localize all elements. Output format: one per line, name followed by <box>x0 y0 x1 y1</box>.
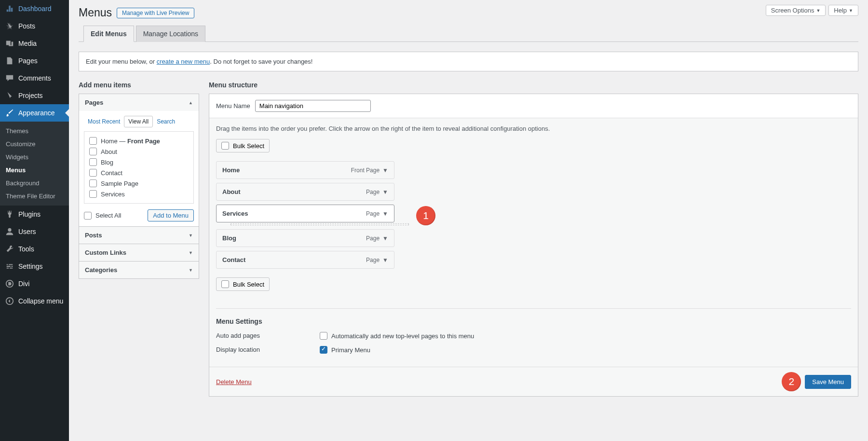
chevron-down-icon: ▼ <box>849 8 853 13</box>
menu-item-type: Page <box>366 235 380 242</box>
help-label: Help <box>834 7 847 14</box>
chevron-down-icon[interactable]: ▼ <box>382 257 388 263</box>
submenu-theme-file-editor[interactable]: Theme File Editor <box>0 190 69 203</box>
submenu-customize[interactable]: Customize <box>0 138 69 151</box>
submenu-menus[interactable]: Menus <box>0 164 69 177</box>
menu-item-contact[interactable]: Contact Page▼ <box>216 251 394 269</box>
pin-icon <box>5 91 14 100</box>
bulk-select-button-top[interactable]: Bulk Select <box>216 139 270 152</box>
sidebar-item-comments[interactable]: Comments <box>0 69 69 87</box>
select-all-checkbox[interactable]: Select All <box>84 210 121 221</box>
menu-editor: Menu Name Drag the items into the order … <box>209 94 858 397</box>
menu-item-label: Contact <box>222 256 245 263</box>
help-button[interactable]: Help ▼ <box>828 5 858 16</box>
accordion-header-custom-links[interactable]: Custom Links ▼ <box>79 244 199 261</box>
submenu-widgets[interactable]: Widgets <box>0 151 69 164</box>
page-label-suffix: Front Page <box>127 138 160 145</box>
sidebar-item-appearance[interactable]: Appearance <box>0 104 69 122</box>
sidebar-label: Collapse menu <box>18 297 63 305</box>
sidebar-label: Dashboard <box>18 5 52 13</box>
comment-icon <box>5 73 14 83</box>
sidebar-item-settings[interactable]: Settings <box>0 258 69 275</box>
plug-icon <box>5 209 14 219</box>
screen-options-label: Screen Options <box>771 7 814 14</box>
sidebar-item-dashboard[interactable]: Dashboard <box>0 0 69 17</box>
accordion-header-categories[interactable]: Categories ▼ <box>79 262 199 278</box>
checkbox[interactable] <box>89 148 97 155</box>
media-icon <box>5 39 14 48</box>
checkbox[interactable] <box>221 142 229 150</box>
accordion-header-label: Categories <box>85 266 117 274</box>
sidebar-item-users[interactable]: Users <box>0 223 69 240</box>
checkbox[interactable] <box>221 280 229 288</box>
menu-item-label: Blog <box>222 234 236 242</box>
page-row-about[interactable]: About <box>89 146 189 157</box>
inner-tab-search[interactable]: Search <box>153 116 179 127</box>
checkbox[interactable] <box>320 332 327 340</box>
chevron-down-icon[interactable]: ▼ <box>382 189 388 195</box>
screen-options-button[interactable]: Screen Options ▼ <box>766 5 826 16</box>
checkbox[interactable] <box>89 137 97 145</box>
pages-icon <box>5 56 14 66</box>
checkbox[interactable] <box>84 212 92 220</box>
accordion-header-pages[interactable]: Pages ▲ <box>79 94 199 111</box>
auto-add-option-label: Automatically add new top-level pages to… <box>331 332 474 340</box>
chevron-down-icon: ▼ <box>189 268 193 273</box>
page-row-home[interactable]: Home — Front Page <box>89 136 189 146</box>
tab-manage-locations[interactable]: Manage Locations <box>136 26 205 42</box>
page-title: Menus <box>79 6 112 19</box>
create-menu-link[interactable]: create a new menu <box>157 58 210 65</box>
menu-item-blog[interactable]: Blog Page▼ <box>216 229 394 247</box>
appearance-submenu: Themes Customize Widgets Menus Backgroun… <box>0 122 69 206</box>
submenu-background[interactable]: Background <box>0 177 69 190</box>
auto-add-checkbox[interactable]: Automatically add new top-level pages to… <box>320 332 474 340</box>
accordion-header-label: Pages <box>85 99 103 106</box>
bulk-select-label: Bulk Select <box>233 142 264 150</box>
chevron-down-icon[interactable]: ▼ <box>382 235 388 242</box>
menu-settings-title: Menu Settings <box>216 317 851 325</box>
chevron-down-icon[interactable]: ▼ <box>382 210 388 217</box>
page-row-services[interactable]: Services <box>89 189 189 199</box>
accordion-header-posts[interactable]: Posts ▼ <box>79 227 199 244</box>
primary-menu-checkbox[interactable]: Primary Menu <box>320 346 370 354</box>
chevron-down-icon[interactable]: ▼ <box>382 167 388 174</box>
sidebar-item-media[interactable]: Media <box>0 35 69 52</box>
sidebar-item-pages[interactable]: Pages <box>0 52 69 69</box>
inner-tab-most-recent[interactable]: Most Recent <box>84 116 124 127</box>
page-row-sample[interactable]: Sample Page <box>89 178 189 189</box>
save-menu-button[interactable]: Save Menu <box>805 375 851 389</box>
sidebar-label: Comments <box>18 74 51 82</box>
sidebar-item-tools[interactable]: Tools <box>0 240 69 258</box>
sidebar-item-plugins[interactable]: Plugins <box>0 206 69 223</box>
checkbox-checked[interactable] <box>320 346 327 354</box>
accordion-header-label: Posts <box>85 232 102 239</box>
checkbox[interactable] <box>89 179 97 187</box>
page-row-blog[interactable]: Blog <box>89 157 189 167</box>
menu-name-input[interactable] <box>255 100 371 112</box>
submenu-themes[interactable]: Themes <box>0 124 69 138</box>
sidebar-item-collapse[interactable]: Collapse menu <box>0 292 69 310</box>
accordion-header-label: Custom Links <box>85 249 126 256</box>
delete-menu-link[interactable]: Delete Menu <box>216 378 252 386</box>
checkbox[interactable] <box>89 169 97 177</box>
menu-item-home[interactable]: Home Front Page▼ <box>216 161 394 179</box>
brush-icon <box>5 108 14 118</box>
tab-edit-menus[interactable]: Edit Menus <box>83 26 134 42</box>
menu-item-about[interactable]: About Page▼ <box>216 183 394 201</box>
checkbox[interactable] <box>89 158 97 166</box>
page-label: Services <box>101 191 125 198</box>
menu-item-services-dragging[interactable]: Services Page▼ <box>216 205 394 222</box>
page-row-contact[interactable]: Contact <box>89 167 189 178</box>
inner-tab-view-all[interactable]: View All <box>124 116 153 127</box>
menu-item-label: Home <box>222 166 240 174</box>
live-preview-button[interactable]: Manage with Live Preview <box>117 8 194 18</box>
checkbox[interactable] <box>89 190 97 198</box>
sidebar-item-divi[interactable]: Divi <box>0 275 69 292</box>
sidebar-item-posts[interactable]: Posts <box>0 17 69 35</box>
drag-hint: Drag the items into the order you prefer… <box>216 125 851 132</box>
add-to-menu-button[interactable]: Add to Menu <box>148 209 194 221</box>
sidebar-item-projects[interactable]: Projects <box>0 87 69 104</box>
dashboard-icon <box>5 4 14 14</box>
page-label: Contact <box>101 169 122 177</box>
bulk-select-button-bottom[interactable]: Bulk Select <box>216 277 270 291</box>
